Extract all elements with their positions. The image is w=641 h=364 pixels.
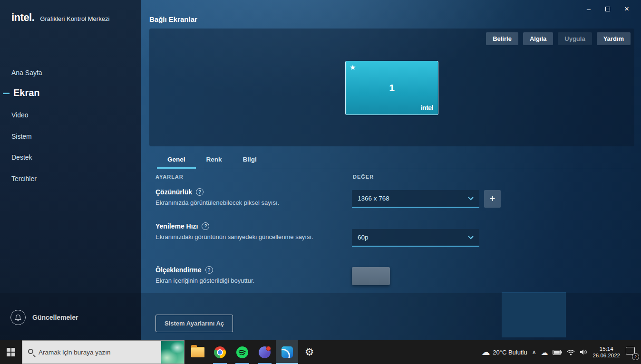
panel-button-row: Belirle Algıla Uygula Yardım	[486, 32, 631, 45]
taskbar-search[interactable]	[22, 340, 185, 364]
window-controls: – ×	[579, 3, 636, 15]
help-button[interactable]: Yardım	[597, 32, 631, 45]
settings-tabs: Genel Renk Bilgi	[157, 151, 267, 169]
sidebar-item-ana-sayfa[interactable]: Ana Sayfa	[11, 69, 42, 77]
resolution-dropdown[interactable]: 1366 x 768	[352, 190, 479, 208]
clock-time: 15:14	[600, 345, 613, 352]
chevron-down-icon	[468, 197, 474, 201]
taskbar-app-icons: ⚙	[186, 340, 320, 364]
chrome-taskbar-button[interactable]	[209, 340, 231, 364]
clock-date: 26.06.2022	[592, 352, 620, 359]
detect-button[interactable]: Algıla	[523, 32, 553, 45]
open-system-settings-button[interactable]: Sistem Ayarlarını Aç	[155, 315, 233, 332]
search-input[interactable]	[39, 341, 157, 364]
action-center-button[interactable]: 2	[623, 344, 639, 360]
tray-overflow-chevron[interactable]: ∧	[532, 349, 536, 355]
display-brand-label: intel	[421, 104, 433, 112]
search-icon	[28, 349, 33, 354]
help-icon[interactable]: ?	[196, 188, 204, 196]
taskbar-clock[interactable]: 15:14 26.06.2022	[592, 345, 620, 359]
app-logo-row: intel. Grafikleri Kontrol Merkezi	[11, 11, 109, 24]
search-highlight-image[interactable]	[161, 341, 184, 364]
battery-icon[interactable]	[553, 350, 562, 355]
weather-widget[interactable]: ☁ 20°C Bulutlu	[481, 348, 527, 356]
bell-icon	[10, 310, 26, 325]
main-content: Bağlı Ekranlar Belirle Algıla Uygula Yar…	[141, 0, 641, 340]
intel-logo: intel.	[11, 11, 34, 24]
resolution-setting-label-row: Çözünürlük ?	[155, 188, 204, 196]
updates-label: Güncellemeler	[32, 314, 78, 321]
file-explorer-taskbar-button[interactable]	[186, 340, 209, 364]
maximize-icon	[605, 7, 610, 11]
spotify-icon	[236, 346, 248, 358]
taskbar: ⚙ ☁ 20°C Bulutlu ∧ ☁	[0, 340, 641, 364]
cs-app-icon	[259, 346, 271, 358]
refresh-rate-dropdown[interactable]: 60p	[352, 229, 479, 247]
column-header-settings: AYARLAR	[155, 174, 184, 180]
intel-gcc-icon	[282, 346, 293, 358]
add-custom-resolution-button[interactable]: +	[484, 190, 501, 208]
system-tray: ☁ 20°C Bulutlu ∧ ☁ 15:14 26	[481, 340, 620, 364]
tab-renk[interactable]: Renk	[196, 151, 233, 169]
tab-bilgi[interactable]: Bilgi	[233, 151, 267, 169]
identify-button[interactable]: Belirle	[486, 32, 518, 45]
display-number: 1	[346, 82, 438, 94]
scaling-control[interactable]	[352, 267, 390, 285]
sidebar-item-video[interactable]: Video	[11, 111, 29, 119]
chevron-down-icon	[468, 236, 474, 239]
settings-taskbar-button[interactable]: ⚙	[298, 340, 320, 364]
star-icon: ★	[350, 63, 356, 72]
spotify-taskbar-button[interactable]	[231, 340, 253, 364]
start-button[interactable]	[0, 340, 22, 364]
resolution-label: Çözünürlük	[155, 188, 192, 196]
active-indicator	[3, 93, 10, 94]
windows-logo-icon	[7, 348, 15, 356]
scaling-description: Ekran içeriğinin gösterildiği boyuttur.	[155, 276, 341, 286]
intel-gcc-taskbar-button[interactable]	[276, 340, 298, 364]
refresh-rate-value: 60p	[358, 234, 468, 241]
tab-genel[interactable]: Genel	[157, 151, 196, 169]
scaling-setting-label-row: Ölçeklendirme ?	[155, 266, 213, 274]
minimize-button[interactable]: –	[579, 3, 598, 15]
cs-app-taskbar-button[interactable]	[253, 340, 276, 364]
scaling-label: Ölçeklendirme	[155, 266, 202, 274]
gear-icon: ⚙	[305, 347, 314, 357]
column-header-value: DEĞER	[353, 174, 374, 180]
sidebar-item-tercihler[interactable]: Tercihler	[11, 175, 37, 182]
resolution-value: 1366 x 768	[358, 195, 468, 202]
chrome-icon	[214, 346, 226, 358]
resolution-description: Ekranınızda görüntülenebilecek piksel sa…	[155, 198, 341, 208]
intel-graphics-command-center-window: intel. Grafikleri Kontrol Merkezi Ana Sa…	[0, 0, 641, 340]
display-preview-panel: Belirle Algıla Uygula Yardım ★ 1 intel	[149, 29, 634, 146]
apply-button[interactable]: Uygula	[558, 32, 592, 45]
display-1-tile[interactable]: ★ 1 intel	[345, 61, 438, 115]
background-decor-rect	[502, 292, 566, 337]
page-title: Bağlı Ekranlar	[149, 15, 197, 23]
folder-icon	[191, 347, 204, 357]
screen: intel. Grafikleri Kontrol Merkezi Ana Sa…	[0, 0, 641, 364]
maximize-button[interactable]	[598, 3, 617, 15]
sidebar-item-ekran[interactable]: Ekran	[13, 87, 40, 98]
volume-icon[interactable]	[580, 349, 588, 355]
sidebar-item-destek[interactable]: Destek	[11, 153, 32, 161]
refresh-rate-setting-label-row: Yenileme Hızı ?	[155, 222, 209, 230]
sidebar-item-sistem[interactable]: Sistem	[11, 133, 32, 140]
refresh-rate-label: Yenileme Hızı	[155, 222, 198, 230]
network-icon[interactable]	[567, 349, 575, 355]
refresh-rate-description: Ekranınızdaki görüntünün saniyedeki günc…	[155, 232, 346, 242]
app-title: Grafikleri Kontrol Merkezi	[40, 15, 109, 22]
notification-badge: 2	[632, 353, 639, 360]
help-icon[interactable]: ?	[202, 222, 209, 230]
weather-cloud-icon: ☁	[481, 348, 490, 356]
weather-text: 20°C Bulutlu	[493, 349, 527, 356]
sidebar: intel. Grafikleri Kontrol Merkezi Ana Sa…	[0, 0, 141, 340]
tabs-divider	[149, 168, 634, 168]
updates-button[interactable]: Güncellemeler	[10, 310, 78, 325]
help-icon[interactable]: ?	[205, 266, 213, 274]
close-button[interactable]: ×	[617, 3, 636, 15]
onedrive-cloud-icon[interactable]: ☁	[541, 349, 548, 356]
